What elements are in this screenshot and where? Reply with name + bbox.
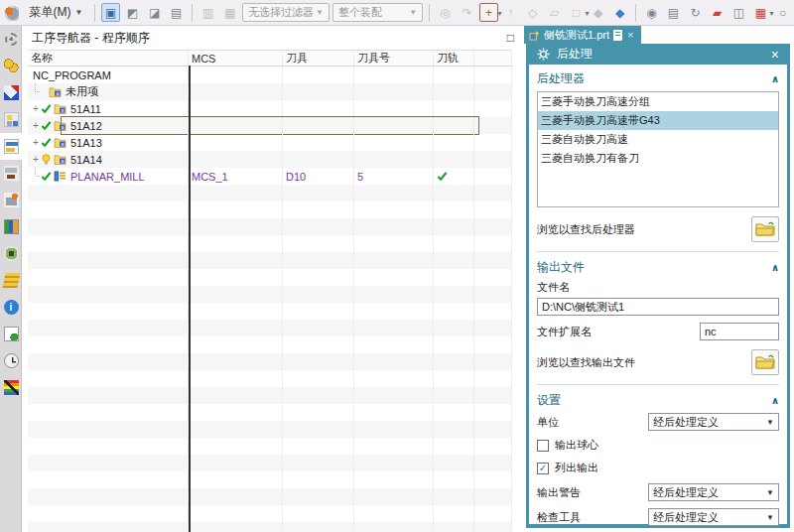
cell-blank <box>354 269 434 286</box>
cell-name: a未用项 <box>28 83 189 100</box>
cell-blank <box>189 471 283 488</box>
browse-postprocessor-button[interactable] <box>751 216 779 242</box>
machine-tool-navigator-icon[interactable] <box>0 160 22 187</box>
process-assistant-icon[interactable] <box>0 187 22 213</box>
gear-icon[interactable] <box>0 26 22 53</box>
list-output-checkbox[interactable]: ✓ <box>537 463 549 474</box>
internet-icon[interactable] <box>0 294 22 321</box>
table-row[interactable]: +a51A12 <box>28 117 512 134</box>
window-layout-icon[interactable]: ◫ <box>729 3 748 22</box>
output-section-header[interactable]: 输出文件 ∧ <box>537 259 779 276</box>
constraint-navigator-icon[interactable] <box>0 79 22 106</box>
postprocessor-list-item[interactable]: 三菱手动换刀高速带G43 <box>538 111 778 130</box>
add-component-icon[interactable]: +▼ <box>479 3 498 22</box>
image-capture-icon[interactable]: ▤ <box>664 3 683 22</box>
green-check-icon <box>41 120 52 131</box>
grid-view-icon[interactable]: ▦▼ <box>751 3 770 22</box>
cell-mcs: MCS_1 <box>189 168 283 185</box>
cell-blank <box>474 438 512 455</box>
collapse-chevron-icon[interactable]: ∧ <box>771 73 779 84</box>
history-icon[interactable] <box>0 347 22 374</box>
cell-blank <box>474 387 512 404</box>
post-process-dialog: 后处理 × 后处理器 ∧ 三菱手动换刀高速分组三菱手动换刀高速带G43三菱自动换… <box>526 44 790 528</box>
cell-blank <box>283 320 354 336</box>
table-row[interactable]: a未用项 <box>28 83 512 100</box>
cell-blank <box>434 488 474 505</box>
dialog-close-icon[interactable]: × <box>771 47 779 63</box>
selection-scope-combo[interactable]: 整个装配 ▼ <box>332 3 423 22</box>
cell-blank <box>354 438 434 455</box>
settings-section-header[interactable]: 设置 ∧ <box>537 392 779 409</box>
tab-close-icon[interactable]: × <box>627 29 633 41</box>
output-warning-dropdown[interactable]: 经后处理定义 ▼ <box>648 483 779 501</box>
collapse-chevron-icon[interactable]: ∧ <box>771 395 779 406</box>
column-header-2[interactable]: MCS <box>189 51 283 66</box>
operation-navigator-icon[interactable] <box>0 133 22 160</box>
cell-tool <box>283 100 354 117</box>
step-arrow-icon[interactable]: ↷ <box>458 3 476 22</box>
gears-icon[interactable]: ◎ <box>436 3 455 22</box>
reuse-library-icon[interactable] <box>0 213 22 240</box>
check-tool-dropdown[interactable]: 经后处理定义 ▼ <box>648 508 779 526</box>
menu-button[interactable]: 菜单(M) ▼ <box>24 2 89 23</box>
part-tab[interactable]: 侧铣测试1.prt × <box>524 26 641 44</box>
expand-icon[interactable]: + <box>31 137 41 148</box>
column-header-1[interactable]: 名称 <box>28 51 189 66</box>
wireframe-cube-icon[interactable]: ◆ <box>589 3 607 22</box>
refresh-icon[interactable]: ↻ <box>686 3 705 22</box>
roles-icon[interactable] <box>0 374 22 401</box>
cell-blank <box>474 505 512 522</box>
file-extension-input[interactable] <box>700 323 779 340</box>
clock-partial-icon[interactable]: ○ <box>773 3 792 22</box>
table-row[interactable]: +a51A13 <box>28 134 512 151</box>
expand-icon[interactable]: + <box>31 154 41 165</box>
part-navigator-icon[interactable] <box>0 106 22 133</box>
dialog-header[interactable]: 后处理 × <box>529 44 787 65</box>
collapse-chevron-icon[interactable]: ∧ <box>771 262 779 273</box>
notes-icon[interactable] <box>0 321 22 347</box>
selection-filter-combo[interactable]: 无选择过滤器 ▼ <box>242 3 330 22</box>
table-row[interactable]: +a51A11 <box>28 100 512 117</box>
select-point-icon[interactable]: ◪ <box>145 3 164 22</box>
file-name-input[interactable] <box>537 298 779 316</box>
analysis-icon[interactable]: ▦ <box>220 3 239 22</box>
expand-icon[interactable]: + <box>31 120 41 131</box>
unit-label: 单位 <box>537 415 559 430</box>
select-edge-icon[interactable]: ▤ <box>167 3 186 22</box>
assembly-navigator-icon[interactable] <box>0 53 22 79</box>
cell-blank <box>283 522 354 532</box>
eraser-icon[interactable]: ▰ <box>708 3 727 22</box>
layers-icon[interactable] <box>0 267 22 294</box>
cube-plus-icon[interactable]: ▱ <box>545 3 564 22</box>
column-header-5[interactable]: 刀轨 <box>434 51 474 66</box>
expand-icon[interactable]: + <box>31 103 41 114</box>
selection-box-icon[interactable]: □▼ <box>567 3 586 22</box>
column-divider-line[interactable] <box>189 66 191 532</box>
output-warning-value: 经后处理定义 <box>653 485 719 500</box>
postprocessor-list-item[interactable]: 三菱手动换刀高速分组 <box>538 92 778 111</box>
postprocessor-section-header[interactable]: 后处理器 ∧ <box>537 70 779 87</box>
shaded-cube-icon[interactable]: ◆ <box>610 3 629 22</box>
maximize-icon[interactable]: □ <box>507 32 514 44</box>
browse-output-button[interactable] <box>751 349 779 375</box>
postprocessor-list-item[interactable]: 三菱自动换刀有备刀 <box>538 149 778 168</box>
column-header-3[interactable]: 刀具 <box>283 51 354 66</box>
move-component-icon[interactable]: ↑ <box>501 3 520 22</box>
sphere-output-checkbox[interactable] <box>537 440 549 452</box>
column-header-4[interactable]: 刀具号 <box>354 51 434 66</box>
select-scope-icon[interactable]: ▣ <box>101 3 120 22</box>
snap-point-icon[interactable]: ◩ <box>123 3 142 22</box>
table-row[interactable]: NC_PROGRAM <box>28 66 512 83</box>
green-check-icon <box>41 103 52 114</box>
pattern-component-icon[interactable]: ◇ <box>523 3 542 22</box>
cell-blank <box>474 168 512 185</box>
column-header-blank[interactable] <box>474 51 512 66</box>
table-row[interactable]: +a51A14 <box>28 151 512 168</box>
postprocessor-list-item[interactable]: 三菱自动换刀高速 <box>538 130 778 149</box>
table-row[interactable]: PLANAR_MILLMCS_1D105 <box>28 168 512 185</box>
unit-dropdown[interactable]: 经后处理定义 ▼ <box>648 413 779 431</box>
hd3d-tool-icon[interactable] <box>0 240 22 267</box>
zoom-window-icon[interactable]: ◉ <box>642 3 661 22</box>
cell-blank <box>28 235 189 252</box>
measure-icon[interactable]: ▥ <box>198 3 217 22</box>
